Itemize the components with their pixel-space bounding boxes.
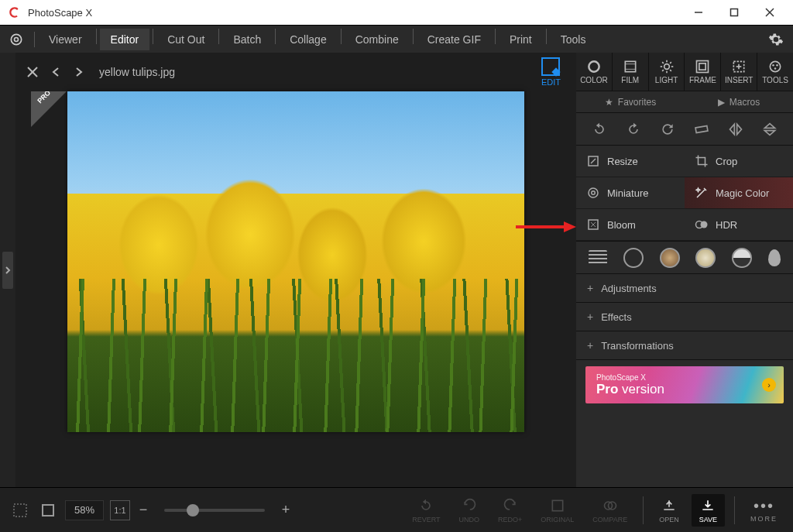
zoom-slider-thumb[interactable] [187,504,199,517]
svg-point-16 [664,64,669,70]
window-close-button[interactable] [759,2,781,23]
svg-point-31 [772,64,774,67]
save-button[interactable]: SAVE [692,494,725,527]
close-file-icon[interactable] [25,64,40,80]
menu-tab-print[interactable]: Print [499,29,543,50]
original-button[interactable]: ORIGINAL [534,497,580,523]
miniature-icon [585,185,601,201]
rotate-cw-icon[interactable] [623,118,644,140]
undo-button[interactable]: UNDO [453,497,486,523]
next-file-icon[interactable] [71,64,87,80]
svg-line-21 [662,62,664,63]
background-toggle-icon[interactable] [37,499,59,521]
revert-button[interactable]: REVERT [406,497,446,523]
expand-sidebar-button[interactable] [2,252,13,289]
menu-tab-editor[interactable]: Editor [100,29,150,50]
separator [546,29,547,44]
adjustments-section[interactable]: +Adjustments [576,274,793,303]
tools-icon [767,59,783,74]
macros-button[interactable]: ▶Macros [685,91,793,112]
grid-toggle-icon[interactable] [9,499,31,521]
zoom-out-button[interactable]: − [136,502,150,518]
crop-button[interactable]: Crop [685,146,793,177]
svg-line-24 [670,62,671,63]
tooltab-color[interactable]: COLOR [576,53,612,91]
light-icon [659,59,675,74]
bloom-button[interactable]: Bloom [576,209,685,241]
zoom-percent[interactable]: 58% [65,500,104,520]
more-button[interactable]: •••MORE [744,497,784,523]
separator [413,29,414,44]
preset-circle-2[interactable] [660,248,680,268]
workspace: yellow tulips.jpg EDIT PRO COLORFILMLIGH… [0,53,793,487]
canvas-wrap: PRO [15,91,576,487]
zoom-slider[interactable] [164,509,265,512]
preset-circle-4[interactable] [732,248,752,268]
open-button[interactable]: OPEN [653,497,685,523]
tooltab-light[interactable]: LIGHT [648,53,685,91]
filename-label: yellow tulips.jpg [99,66,175,78]
prev-file-icon[interactable] [48,64,64,80]
magic-color-button[interactable]: Magic Color [685,177,793,209]
tooltab-film[interactable]: FILM [612,53,648,91]
preset-droplet-icon[interactable] [768,249,781,266]
image-canvas[interactable] [67,91,524,432]
menu-tab-create-gif[interactable]: Create GIF [417,29,492,50]
play-icon: ▶ [718,97,725,108]
resize-button[interactable]: Resize [576,146,685,177]
crop-icon [694,153,709,169]
effects-section[interactable]: +Effects [576,303,793,331]
rotate-ccw-icon[interactable] [589,118,610,140]
insert-icon [731,59,747,74]
preset-circle-3[interactable] [695,248,716,268]
menu-tab-batch[interactable]: Batch [222,29,272,50]
undo-icon [461,497,478,514]
home-icon[interactable] [6,29,26,50]
app-title: PhotoScape X [28,7,688,19]
separator [643,496,644,524]
zoom-actual-size[interactable]: 1:1 [110,500,130,520]
filter-preset-row [576,242,793,274]
tooltab-tools[interactable]: TOOLS [757,53,793,91]
promo-line1: PhotoScape X [596,373,664,382]
bottom-toolbar: 58% 1:1 − + REVERT UNDO REDO+ ORIGINAL C… [0,487,793,532]
zoom-in-button[interactable]: + [279,502,293,518]
flip-horizontal-icon[interactable] [725,118,747,140]
separator [153,29,153,44]
menu-tab-combine[interactable]: Combine [345,29,410,50]
tooltab-insert[interactable]: INSERT [720,53,757,91]
menu-tab-cut-out[interactable]: Cut Out [156,29,215,50]
pro-version-promo[interactable]: PhotoScape X Pro version › [585,366,784,403]
open-icon [661,497,678,514]
favorites-button[interactable]: ★Favorites [576,91,685,112]
preset-list-icon[interactable] [589,250,607,266]
rotate-fine-icon[interactable] [657,118,678,140]
window-maximize-button[interactable] [723,2,745,23]
flip-vertical-icon[interactable] [759,118,781,140]
menu-tab-tools[interactable]: Tools [550,29,597,50]
hdr-button[interactable]: HDR [685,209,793,241]
svg-rect-43 [552,500,562,510]
straighten-icon[interactable] [691,118,712,140]
separator [734,496,735,524]
svg-point-33 [774,67,777,70]
transformations-section[interactable]: +Transformations [576,331,793,360]
preset-circle-1[interactable] [623,248,644,268]
window-minimize-button[interactable] [688,2,709,23]
pro-badge[interactable]: PRO [31,91,67,127]
color-icon [586,59,602,74]
left-gutter [0,53,15,487]
menu-tab-viewer[interactable]: Viewer [38,29,93,50]
rotate-flip-row [576,113,793,146]
edit-mode-tab[interactable]: EDIT [535,57,567,87]
svg-point-32 [776,64,778,67]
tooltab-frame[interactable]: FRAME [684,53,720,91]
miniature-button[interactable]: Miniature [576,177,685,209]
right-panel: COLORFILMLIGHTFRAMEINSERTTOOLS ★Favorite… [576,53,793,487]
redo-button[interactable]: REDO+ [492,497,528,523]
menu-tab-collage[interactable]: Collage [279,29,337,50]
separator [495,29,496,44]
separator [218,29,219,44]
compare-button[interactable]: COMPARE [586,497,633,523]
settings-gear-icon[interactable] [765,29,787,50]
